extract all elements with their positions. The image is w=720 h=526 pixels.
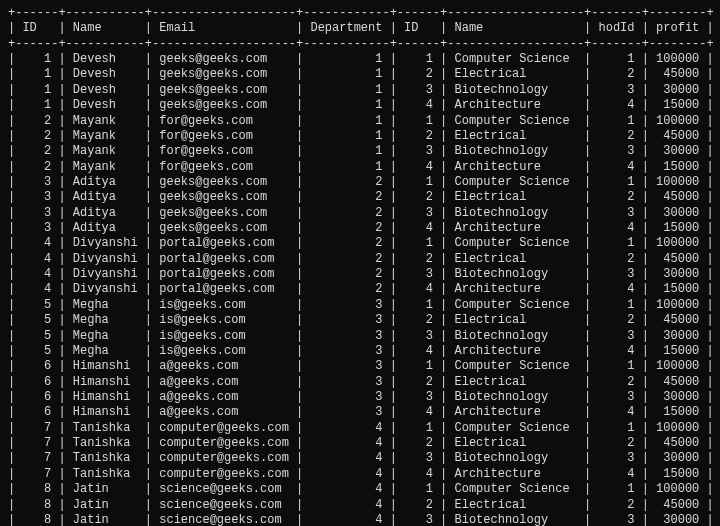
table-row: | 5 | Megha | is@geeks.com | 3 | 4 | Arc…	[8, 344, 716, 359]
table-row: | 5 | Megha | is@geeks.com | 3 | 2 | Ele…	[8, 313, 716, 328]
table-row: | 2 | Mayank | for@geeks.com | 1 | 2 | E…	[8, 129, 716, 144]
table-row: | 1 | Devesh | geeks@geeks.com | 1 | 4 |…	[8, 98, 716, 113]
table-row: | 6 | Himanshi | a@geeks.com | 3 | 3 | B…	[8, 390, 716, 405]
table-row: | 4 | Divyanshi | portal@geeks.com | 2 |…	[8, 252, 716, 267]
table-row: | 8 | Jatin | science@geeks.com | 4 | 2 …	[8, 498, 716, 513]
table-row: | 4 | Divyanshi | portal@geeks.com | 2 |…	[8, 267, 716, 282]
table-separator: +------+-----------+--------------------…	[8, 6, 716, 21]
table-row: | 2 | Mayank | for@geeks.com | 1 | 1 | C…	[8, 114, 716, 129]
table-row: | 6 | Himanshi | a@geeks.com | 3 | 1 | C…	[8, 359, 716, 374]
table-row: | 2 | Mayank | for@geeks.com | 1 | 3 | B…	[8, 144, 716, 159]
table-row: | 3 | Aditya | geeks@geeks.com | 2 | 2 |…	[8, 190, 716, 205]
table-row: | 3 | Aditya | geeks@geeks.com | 2 | 3 |…	[8, 206, 716, 221]
table-row: | 1 | Devesh | geeks@geeks.com | 1 | 2 |…	[8, 67, 716, 82]
table-row: | 2 | Mayank | for@geeks.com | 1 | 4 | A…	[8, 160, 716, 175]
table-row: | 7 | Tanishka | computer@geeks.com | 4 …	[8, 467, 716, 482]
table-row: | 7 | Tanishka | computer@geeks.com | 4 …	[8, 421, 716, 436]
sql-result-table: +------+-----------+--------------------…	[0, 0, 720, 526]
table-row: | 7 | Tanishka | computer@geeks.com | 4 …	[8, 451, 716, 466]
table-row: | 1 | Devesh | geeks@geeks.com | 1 | 1 |…	[8, 52, 716, 67]
table-row: | 8 | Jatin | science@geeks.com | 4 | 1 …	[8, 482, 716, 497]
table-row: | 5 | Megha | is@geeks.com | 3 | 1 | Com…	[8, 298, 716, 313]
table-row: | 5 | Megha | is@geeks.com | 3 | 3 | Bio…	[8, 329, 716, 344]
table-row: | 7 | Tanishka | computer@geeks.com | 4 …	[8, 436, 716, 451]
table-row: | 6 | Himanshi | a@geeks.com | 3 | 4 | A…	[8, 405, 716, 420]
table-row: | 8 | Jatin | science@geeks.com | 4 | 3 …	[8, 513, 716, 526]
table-header-row: | ID | Name | Email | Department | ID | …	[8, 21, 716, 36]
table-row: | 6 | Himanshi | a@geeks.com | 3 | 2 | E…	[8, 375, 716, 390]
table-row: | 3 | Aditya | geeks@geeks.com | 2 | 1 |…	[8, 175, 716, 190]
table-row: | 4 | Divyanshi | portal@geeks.com | 2 |…	[8, 282, 716, 297]
table-row: | 1 | Devesh | geeks@geeks.com | 1 | 3 |…	[8, 83, 716, 98]
table-separator: +------+-----------+--------------------…	[8, 37, 716, 52]
table-row: | 4 | Divyanshi | portal@geeks.com | 2 |…	[8, 236, 716, 251]
table-row: | 3 | Aditya | geeks@geeks.com | 2 | 4 |…	[8, 221, 716, 236]
